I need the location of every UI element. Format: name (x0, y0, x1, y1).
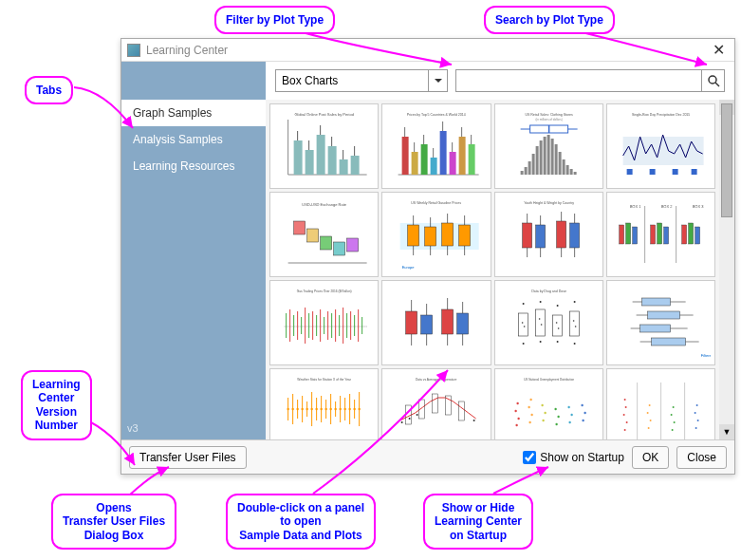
sample-thumb[interactable] (381, 280, 491, 365)
svg-rect-87 (556, 221, 565, 248)
show-on-startup-input[interactable] (523, 451, 536, 464)
svg-rect-23 (440, 131, 447, 175)
sample-thumb[interactable]: Youth Height & Weight by Country (494, 192, 603, 277)
tab-analysis-samples[interactable]: Analysis Samples (121, 126, 266, 153)
sample-thumb[interactable]: Data by Drug and Dose (494, 280, 603, 365)
svg-rect-74 (459, 225, 471, 246)
sample-thumb[interactable]: US Weekly Retail Gasoline PricesEurope (381, 192, 491, 277)
sample-thumb[interactable]: US National Unemployment Distribution (494, 368, 603, 439)
svg-point-249 (622, 414, 624, 416)
svg-rect-24 (450, 152, 456, 175)
svg-rect-105 (650, 225, 655, 244)
show-on-startup-label: Show on Startup (540, 451, 624, 464)
svg-point-0 (709, 76, 716, 84)
svg-point-165 (572, 320, 574, 322)
svg-rect-106 (657, 223, 661, 244)
sample-thumb[interactable]: US Retail Sales: Clothing Stores(in mill… (494, 103, 603, 189)
svg-rect-103 (625, 223, 630, 244)
sample-thumb[interactable]: Data vs Average Temperature (381, 368, 491, 439)
svg-rect-45 (535, 146, 538, 175)
scroll-thumb[interactable] (721, 103, 732, 217)
svg-text:US National Unemployment Distr: US National Unemployment Distribution (524, 378, 574, 382)
svg-rect-72 (425, 227, 436, 246)
svg-rect-54 (569, 169, 572, 175)
tab-learning-resources[interactable]: Learning Resources (121, 153, 266, 179)
svg-rect-51 (558, 152, 561, 175)
gallery-scrollbar[interactable]: ▲ ▼ (719, 100, 734, 439)
sample-thumb[interactable]: Global Online Post Sales by Period (269, 103, 379, 189)
search-box[interactable] (455, 69, 725, 92)
svg-rect-71 (408, 225, 419, 246)
show-on-startup-checkbox[interactable]: Show on Startup (523, 451, 624, 464)
svg-rect-60 (672, 169, 677, 175)
svg-point-250 (624, 406, 626, 408)
svg-point-251 (623, 399, 625, 401)
svg-point-234 (541, 404, 543, 406)
svg-point-247 (623, 429, 625, 431)
svg-point-259 (672, 406, 674, 408)
svg-point-201 (306, 408, 307, 410)
svg-point-161 (538, 318, 540, 320)
svg-rect-109 (688, 223, 693, 244)
learning-center-window: Learning Center ✕ Graph Samples Analysis… (120, 38, 735, 475)
close-button[interactable]: Close (676, 446, 727, 469)
svg-rect-86 (535, 225, 545, 248)
svg-point-160 (523, 326, 525, 327)
sample-thumb[interactable]: BOX 1BOX 2BOX 3 (606, 192, 715, 277)
svg-rect-170 (651, 338, 685, 345)
svg-point-236 (557, 416, 559, 418)
svg-point-228 (528, 421, 530, 423)
svg-rect-85 (522, 223, 531, 248)
svg-rect-5 (294, 140, 303, 175)
svg-point-202 (310, 408, 312, 410)
sample-thumb[interactable]: Filtered ▸ (606, 280, 715, 365)
callout-doubleclick: Double-click on a panel to open Sample D… (226, 494, 376, 550)
thumbnail-gallery: Global Online Post Sales by Period Price… (266, 100, 719, 439)
svg-rect-6 (306, 150, 314, 175)
svg-rect-102 (619, 225, 623, 244)
svg-point-238 (568, 421, 570, 423)
svg-point-248 (625, 421, 627, 423)
plot-type-dropdown[interactable]: Box Charts (275, 69, 448, 92)
scroll-down-icon[interactable]: ▼ (719, 424, 734, 439)
svg-text:Youth Height & Weight by Count: Youth Height & Weight by Country (524, 201, 574, 205)
svg-point-155 (556, 305, 558, 307)
svg-point-260 (695, 427, 696, 429)
search-icon[interactable] (701, 70, 724, 91)
svg-text:Single-Row Day Precipitation D: Single-Row Day Precipitation Dec 2015 (632, 113, 690, 117)
svg-point-241 (582, 420, 584, 421)
version-label: v3 (127, 422, 139, 434)
svg-rect-53 (565, 165, 568, 175)
tab-graph-samples[interactable]: Graph Samples (121, 100, 266, 126)
svg-text:BOX 3: BOX 3 (692, 204, 704, 209)
sample-thumb[interactable]: USD-USD Exchange Rate (269, 192, 379, 277)
svg-point-221 (417, 414, 418, 416)
svg-rect-65 (307, 229, 319, 242)
svg-rect-58 (626, 169, 632, 175)
sample-thumb[interactable] (606, 368, 715, 439)
svg-rect-43 (528, 161, 530, 175)
chevron-down-icon[interactable] (428, 70, 447, 91)
svg-point-255 (648, 404, 650, 406)
svg-rect-22 (431, 158, 437, 175)
sample-thumb[interactable]: Gas Trading Prices Over 2016 ($/Gallon) (269, 280, 379, 365)
svg-rect-150 (569, 311, 579, 336)
svg-rect-108 (681, 225, 686, 244)
svg-rect-66 (321, 236, 332, 250)
svg-point-198 (291, 408, 293, 410)
callout-filter: Filter by Plot Type (214, 6, 335, 34)
svg-point-227 (516, 402, 518, 404)
transfer-user-files-button[interactable]: Transfer User Files (129, 446, 247, 469)
svg-point-229 (530, 414, 532, 416)
callout-startup: Show or Hide Learning Center on Startup (423, 494, 533, 550)
close-icon[interactable]: ✕ (709, 41, 729, 59)
svg-text:Prices by Top 5 Countries & Wo: Prices by Top 5 Countries & World 2014 (407, 113, 466, 117)
search-input[interactable] (456, 70, 701, 91)
svg-rect-169 (639, 325, 670, 332)
sample-thumb[interactable]: Single-Row Day Precipitation Dec 2015 (606, 103, 715, 189)
svg-point-224 (515, 424, 517, 426)
sample-thumb[interactable]: Weather Stats for Station X of the Year (269, 368, 379, 439)
ok-button[interactable]: OK (632, 446, 669, 469)
sample-thumb[interactable]: Prices by Top 5 Countries & World 2014 (381, 103, 491, 189)
callout-transfer: Opens Transfer User Files Dialog Box (51, 494, 176, 550)
